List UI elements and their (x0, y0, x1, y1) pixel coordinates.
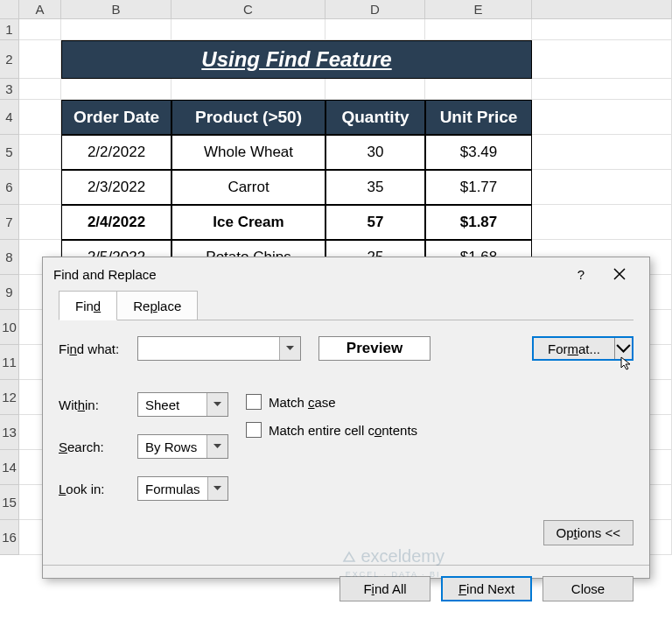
cell[interactable] (425, 19, 532, 40)
table-cell[interactable]: 2/4/2022 (61, 205, 172, 240)
match-case-checkbox[interactable]: Match case (246, 394, 417, 410)
within-label: Within: (59, 397, 130, 412)
cell[interactable] (326, 79, 425, 100)
row-12[interactable]: 12 (0, 380, 19, 415)
match-case-label: Match case (269, 395, 336, 410)
tab-find[interactable]: Find (59, 291, 117, 320)
table-cell[interactable]: $3.49 (425, 135, 532, 170)
help-button[interactable]: ? (562, 261, 600, 287)
match-entire-checkbox[interactable]: Match entire cell contents (246, 422, 417, 438)
dialog-titlebar[interactable]: Find and Replace ? (43, 257, 649, 291)
table-cell[interactable]: $1.87 (425, 205, 532, 240)
cell[interactable] (19, 100, 61, 135)
cell[interactable] (19, 135, 61, 170)
cell[interactable] (532, 135, 672, 170)
find-what-input[interactable] (137, 336, 301, 361)
table-cell[interactable]: Carrot (172, 170, 326, 205)
cell[interactable] (19, 170, 61, 205)
chevron-down-icon[interactable] (206, 393, 228, 416)
within-select[interactable]: Sheet (137, 392, 228, 417)
row-3[interactable]: 3 (0, 79, 19, 100)
close-button[interactable]: Close (542, 576, 634, 601)
find-replace-dialog: Find and Replace ? Find Replace Find wha… (42, 257, 650, 579)
lookin-select[interactable]: Formulas (137, 476, 228, 501)
table-cell[interactable]: 2/2/2022 (61, 135, 172, 170)
row-7[interactable]: 7 (0, 205, 19, 240)
dialog-title: Find and Replace (53, 267, 562, 282)
col-B[interactable]: B (61, 0, 172, 19)
search-select[interactable]: By Rows (137, 434, 228, 459)
cell[interactable] (532, 79, 672, 100)
row-5[interactable]: 5 (0, 135, 19, 170)
cell[interactable] (19, 205, 61, 240)
checkbox-icon[interactable] (246, 394, 262, 410)
format-button[interactable]: Format... (532, 336, 634, 361)
row-6[interactable]: 6 (0, 170, 19, 205)
find-what-label: Find what: (59, 341, 130, 356)
search-label: Search: (59, 440, 130, 454)
options-button[interactable]: Options << (543, 520, 634, 545)
lookin-label: Look in: (59, 482, 130, 496)
table-cell[interactable]: 2/3/2022 (61, 170, 172, 205)
table-cell[interactable]: 57 (326, 205, 425, 240)
find-all-button[interactable]: Find All (340, 576, 430, 601)
col-blank[interactable] (532, 0, 672, 19)
cell[interactable] (172, 79, 326, 100)
cell[interactable] (19, 19, 61, 40)
title-cell[interactable]: Using Find Feature (61, 40, 532, 79)
cell[interactable] (19, 40, 61, 79)
cursor-icon (620, 355, 635, 371)
select-all-corner[interactable] (0, 0, 19, 19)
table-cell[interactable]: 30 (326, 135, 425, 170)
chevron-down-icon[interactable] (207, 477, 228, 500)
tabs: Find Replace (59, 291, 634, 320)
header-unit-price[interactable]: Unit Price (425, 100, 532, 135)
cell[interactable] (61, 19, 172, 40)
table-cell[interactable]: $1.77 (425, 170, 532, 205)
chevron-down-icon[interactable] (279, 337, 300, 360)
table-cell[interactable]: Whole Wheat (172, 135, 326, 170)
col-E[interactable]: E (425, 0, 532, 19)
cell[interactable] (532, 19, 672, 40)
cell[interactable] (19, 79, 61, 100)
chevron-down-icon[interactable] (206, 435, 228, 458)
cell[interactable] (532, 170, 672, 205)
checkbox-icon[interactable] (246, 422, 262, 438)
cell[interactable] (532, 205, 672, 240)
row-11[interactable]: 11 (0, 345, 19, 380)
row-9[interactable]: 9 (0, 275, 19, 310)
cell[interactable] (532, 40, 672, 79)
row-1[interactable]: 1 (0, 19, 19, 40)
row-16[interactable]: 16 (0, 520, 19, 555)
col-C[interactable]: C (172, 0, 326, 19)
row-4[interactable]: 4 (0, 100, 19, 135)
table-cell[interactable]: 35 (326, 170, 425, 205)
watermark: exceldemy EXCEL · DATA · BI (341, 546, 444, 579)
header-order-date[interactable]: Order Date (61, 100, 172, 135)
table-cell[interactable]: Ice Cream (172, 205, 326, 240)
preview-box: Preview (318, 336, 430, 361)
row-14[interactable]: 14 (0, 450, 19, 485)
header-product[interactable]: Product (>50) (172, 100, 326, 135)
tab-replace[interactable]: Replace (116, 291, 198, 320)
cell[interactable] (61, 79, 172, 100)
row-13[interactable]: 13 (0, 415, 19, 450)
col-A[interactable]: A (19, 0, 61, 19)
row-2[interactable]: 2 (0, 40, 19, 79)
cell[interactable] (172, 19, 326, 40)
row-10[interactable]: 10 (0, 310, 19, 345)
col-D[interactable]: D (326, 0, 425, 19)
cell[interactable] (532, 100, 672, 135)
cell[interactable] (425, 79, 532, 100)
find-next-button[interactable]: Find Next (441, 576, 532, 601)
cell[interactable] (326, 19, 425, 40)
row-15[interactable]: 15 (0, 485, 19, 520)
header-quantity[interactable]: Quantity (326, 100, 425, 135)
row-8[interactable]: 8 (0, 240, 19, 275)
match-entire-label: Match entire cell contents (269, 423, 417, 438)
close-icon[interactable] (600, 261, 639, 287)
